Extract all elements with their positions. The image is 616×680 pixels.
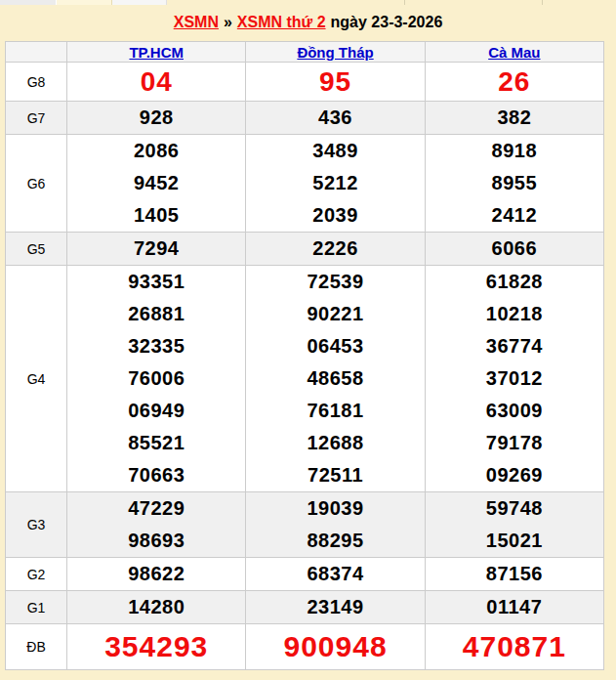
tab-fragment	[112, 0, 167, 5]
prize-label-g3: G3	[6, 492, 67, 558]
tab-fragment	[405, 0, 543, 5]
prize-number: 59748	[426, 492, 603, 525]
prize-number: 72539	[246, 266, 424, 298]
prize-number: 37012	[426, 362, 603, 395]
prize-number: 32335	[67, 330, 245, 362]
column-header-dong-thap: Đồng Tháp	[246, 42, 425, 63]
prize-row-g6: G6208694521405348952122039891889552412	[6, 135, 604, 233]
prize-number: 2226	[246, 233, 424, 265]
prize-label-g6: G6	[6, 135, 67, 233]
column-header-tphcm: TP.HCM	[67, 42, 246, 63]
prize-number: 85521	[67, 427, 245, 459]
prize-row-g8: G8049526	[6, 63, 604, 102]
prize-number: 6066	[426, 233, 603, 265]
page-title: XSMN»XSMN thứ 2ngày 23-3-2026	[0, 5, 616, 41]
prize-number: 76006	[67, 362, 245, 395]
prize-row-g2: G2986226837487156	[6, 558, 604, 591]
prize-number: 1405	[67, 199, 245, 232]
prize-label-db: ĐB	[6, 624, 67, 670]
prize-number: 19039	[246, 492, 424, 525]
prize-number: 2039	[246, 199, 424, 232]
prize-cell: 354293	[67, 624, 246, 670]
prize-label-g5: G5	[6, 233, 67, 266]
prize-number: 93351	[67, 266, 245, 298]
prize-row-db: ĐB354293900948470871	[6, 624, 604, 670]
prize-cell: 68374	[246, 558, 425, 591]
prize-number: 76181	[246, 395, 424, 427]
prize-number: 436	[246, 102, 424, 134]
prize-label-g2: G2	[6, 558, 67, 591]
prize-number: 3489	[246, 135, 424, 167]
ca-mau-link[interactable]: Cà Mau	[488, 44, 540, 61]
prize-number: 98622	[67, 558, 245, 590]
prize-number: 8918	[426, 135, 603, 167]
prize-number: 88295	[246, 525, 424, 557]
prize-cell: 900948	[246, 624, 425, 670]
prize-cell: 04	[67, 63, 246, 102]
lottery-results-table: TP.HCM Đồng Tháp Cà Mau G8049526G7928436…	[5, 41, 604, 670]
dong-thap-link[interactable]: Đồng Tháp	[297, 44, 373, 61]
prize-number: 48658	[246, 362, 424, 395]
prize-number: 87156	[426, 558, 603, 590]
column-header-ca-mau: Cà Mau	[425, 42, 603, 63]
prize-number: 01147	[426, 591, 603, 623]
prize-cell: 61828102183677437012630097917809269	[425, 266, 603, 492]
tphcm-link[interactable]: TP.HCM	[129, 44, 184, 61]
prize-number: 12688	[246, 427, 424, 459]
prize-number: 68374	[246, 558, 424, 590]
prize-number: 06949	[67, 395, 245, 427]
prize-cell: 72539902210645348658761811268872511	[246, 266, 425, 492]
prize-number: 47229	[67, 492, 245, 525]
prize-cell: 436	[246, 102, 425, 135]
prize-label-g4: G4	[6, 266, 67, 492]
prize-number: 2412	[426, 199, 603, 232]
prize-number: 7294	[67, 233, 245, 265]
prize-label-g7: G7	[6, 102, 67, 135]
prize-number: 63009	[426, 395, 603, 427]
prize-cell: 26	[425, 63, 603, 102]
prize-number: 10218	[426, 298, 603, 330]
prize-cell: 01147	[425, 591, 603, 624]
prize-number: 26	[426, 63, 603, 101]
prize-number: 09269	[426, 459, 603, 491]
title-date: ngày 23-3-2026	[331, 14, 443, 30]
prize-cell: 208694521405	[67, 135, 246, 233]
prize-number: 98693	[67, 525, 245, 557]
prize-number: 470871	[426, 624, 603, 669]
prize-number: 900948	[246, 624, 424, 669]
column-header-row: TP.HCM Đồng Tháp Cà Mau	[6, 42, 604, 63]
prize-number: 15021	[426, 525, 603, 557]
xsmn-link[interactable]: XSMN	[174, 14, 219, 30]
prize-cell: 470871	[425, 624, 603, 670]
prize-cell: 928	[67, 102, 246, 135]
browser-tab-strip	[0, 0, 616, 5]
prize-number: 354293	[67, 624, 245, 669]
prize-number: 70663	[67, 459, 245, 491]
prize-number: 928	[67, 102, 245, 134]
prize-cell: 23149	[246, 591, 425, 624]
prize-cell: 87156	[425, 558, 603, 591]
prize-number: 79178	[426, 427, 603, 459]
prize-row-g3: G3472299869319039882955974815021	[6, 492, 604, 558]
tab-fragment	[167, 0, 405, 5]
prize-row-g1: G1142802314901147	[6, 591, 604, 624]
prize-row-g4: G493351268813233576006069498552170663725…	[6, 266, 604, 492]
prize-number: 26881	[67, 298, 245, 330]
tab-fragment	[543, 0, 616, 5]
prize-number: 23149	[246, 591, 424, 623]
prize-cell: 4722998693	[67, 492, 246, 558]
prize-label-g1: G1	[6, 591, 67, 624]
prize-number: 72511	[246, 459, 424, 491]
prize-number: 95	[246, 63, 424, 101]
prize-row-g7: G7928436382	[6, 102, 604, 135]
prize-number: 14280	[67, 591, 245, 623]
prize-cell: 2226	[246, 233, 425, 266]
prize-number: 90221	[246, 298, 424, 330]
prize-cell: 93351268813233576006069498552170663	[67, 266, 246, 492]
prize-row-g5: G5729422266066	[6, 233, 604, 266]
tab-fragment	[0, 0, 57, 5]
breadcrumb-separator: »	[224, 14, 232, 30]
xsmn-day-link[interactable]: XSMN thứ 2	[237, 14, 326, 30]
prize-number: 8955	[426, 167, 603, 199]
prize-cell: 5974815021	[425, 492, 603, 558]
